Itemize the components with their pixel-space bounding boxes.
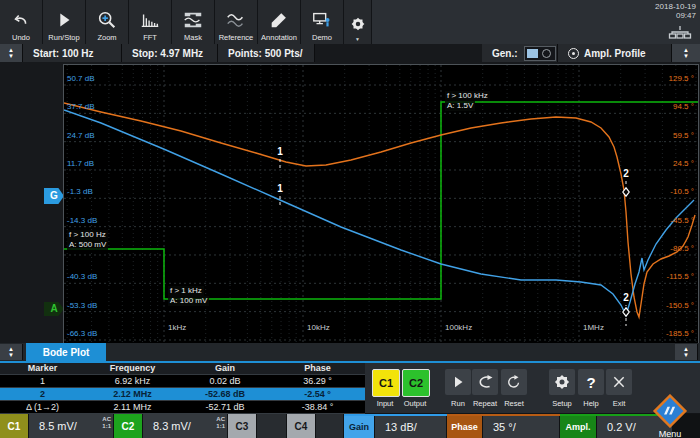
- axis-tick-label: -150.5 °: [666, 301, 694, 311]
- axis-tick-label: 59.5 °: [673, 131, 694, 141]
- help-button[interactable]: ?: [578, 369, 604, 395]
- c1-coupling-badge: AC1:1: [102, 416, 111, 430]
- phase-badge[interactable]: Phase: [447, 416, 482, 438]
- date-text: 2018-10-19: [655, 2, 696, 11]
- gain-axis-marker[interactable]: G: [44, 188, 64, 204]
- top-toolbar: Undo Run/Stop Zoom FFT Mask Reference An…: [0, 0, 700, 44]
- channel-c3-badge[interactable]: C3: [228, 414, 256, 438]
- table-row-selected[interactable]: 2 2.12 MHz -52.68 dB -2.54 °: [0, 388, 365, 401]
- clock: 2018-10-19 09:47: [655, 2, 696, 20]
- output-label: Output: [393, 399, 437, 408]
- repeat-button[interactable]: [472, 369, 498, 395]
- close-icon: [611, 374, 627, 390]
- axis-tick-label: 100kHz: [445, 323, 472, 333]
- generator-toggle-field[interactable]: Gen.:: [482, 44, 558, 62]
- axis-tick-label: 129.5 °: [669, 74, 694, 84]
- collapse-updown-button[interactable]: ▲▼: [0, 44, 23, 62]
- tabbar-updown-right-button[interactable]: ▲▼: [675, 344, 698, 360]
- channel-c3-scale-field[interactable]: [257, 414, 286, 438]
- undo-button[interactable]: Undo: [0, 0, 43, 44]
- axis-tick-label: 11.7 dB: [67, 159, 94, 169]
- zoom-button[interactable]: Zoom: [86, 0, 129, 44]
- tab-bode-plot[interactable]: Bode Plot: [26, 343, 106, 361]
- ampl-profile-button[interactable]: Ampl. Profile: [558, 44, 672, 62]
- toolbar-settings-button[interactable]: ▼: [344, 0, 372, 44]
- gain-badge[interactable]: Gain: [344, 416, 374, 438]
- network-icon: [668, 24, 692, 40]
- bode-plot-curves: 1122: [64, 65, 698, 343]
- axis-tick-label: 94.5 °: [673, 102, 694, 112]
- spectrum-icon: [139, 7, 161, 33]
- run-button[interactable]: [445, 369, 471, 395]
- table-row[interactable]: 1 6.92 kHz 0.02 dB 36.29 °: [0, 375, 365, 388]
- channel-c4-badge[interactable]: C4: [287, 414, 315, 438]
- demo-button[interactable]: Demo: [301, 0, 344, 44]
- channel-c2-scale-field[interactable]: 8.3 mV/ AC1:1: [143, 414, 227, 438]
- gear-icon: [552, 372, 572, 392]
- axis-tick-label: -10.5 °: [670, 187, 694, 197]
- output-channel-button[interactable]: C2: [402, 369, 430, 397]
- reset-icon: [505, 373, 523, 391]
- generator-toggle[interactable]: [524, 46, 556, 61]
- c2-coupling-badge: AC1:1: [216, 416, 225, 430]
- mask-button[interactable]: Mask: [172, 0, 215, 44]
- annotation-button[interactable]: Annotation: [258, 0, 301, 44]
- axis-tick-label: 37.7 dB: [67, 102, 95, 112]
- channel-c1-badge[interactable]: C1: [0, 414, 28, 438]
- waveforms-icon: [225, 7, 247, 33]
- fft-button[interactable]: FFT: [129, 0, 172, 44]
- reset-button[interactable]: [501, 369, 527, 395]
- play-icon: [449, 373, 467, 391]
- ampl-profile-icon: [568, 48, 579, 59]
- menu-label: Menu: [647, 430, 693, 438]
- rs-logo-icon: [650, 394, 690, 428]
- magnifier-icon: [96, 7, 118, 33]
- bode-plot-canvas[interactable]: 1122 50.7 dB37.7 dB24.7 dB11.7 dB-1.3 dB…: [63, 64, 699, 344]
- result-tab-bar: ▲▼ Bode Plot ▲▼: [0, 343, 700, 363]
- amplitude-axis-marker[interactable]: A: [44, 302, 64, 316]
- axis-tick-label: -1.3 dB: [67, 187, 93, 197]
- svg-text:2: 2: [623, 292, 629, 303]
- play-icon: [53, 7, 75, 33]
- profile-annotation: f > 100 HzA: 500 mV: [67, 230, 108, 250]
- phase-scale-field[interactable]: 35 °/: [483, 416, 559, 438]
- axis-tick-label: -14.3 dB: [67, 216, 97, 226]
- profile-annotation: f > 1 kHzA: 100 mV: [168, 286, 209, 306]
- mask-icon: [182, 7, 204, 33]
- reference-button[interactable]: Reference: [215, 0, 258, 44]
- channel-c2-badge[interactable]: C2: [114, 414, 142, 438]
- menu-button[interactable]: Menu: [647, 394, 693, 437]
- tabbar-updown-button[interactable]: ▲▼: [0, 344, 23, 360]
- setup-button[interactable]: [549, 369, 575, 395]
- table-row-delta[interactable]: Δ (1→2) 2.11 MHz -52.71 dB -38.84 °: [0, 401, 365, 414]
- channel-c4-scale-field[interactable]: [316, 414, 343, 438]
- axis-tick-label: -53.3 dB: [67, 301, 97, 311]
- svg-text:1: 1: [277, 146, 283, 157]
- axis-tick-label: -115.5 °: [666, 272, 694, 282]
- undo-icon: [10, 7, 32, 33]
- chevron-down-icon: ▼: [355, 37, 360, 42]
- axis-tick-label: -66.3 dB: [67, 329, 97, 339]
- pencil-icon: [268, 7, 290, 33]
- settings-updown-button[interactable]: ▲▼: [672, 44, 700, 62]
- start-frequency-field[interactable]: Start: 100 Hz: [23, 44, 122, 62]
- axis-tick-label: 1kHz: [168, 323, 186, 333]
- input-channel-button[interactable]: C1: [372, 369, 400, 397]
- axis-tick-label: 10kHz: [307, 323, 330, 333]
- run-stop-button[interactable]: Run/Stop: [43, 0, 86, 44]
- channel-c1-scale-field[interactable]: 8.5 mV/ AC1:1: [29, 414, 113, 438]
- svg-text:2: 2: [623, 168, 629, 179]
- channel-status-bar: C1 8.5 mV/ AC1:1 C2 8.3 mV/ AC1:1 C3 C4 …: [0, 414, 700, 438]
- question-icon: ?: [586, 374, 595, 391]
- exit-button[interactable]: [606, 369, 632, 395]
- axis-tick-label: 1MHz: [583, 323, 604, 333]
- profile-annotation: f > 100 kHzA: 1.5V: [445, 91, 490, 111]
- points-field[interactable]: Points: 500 Pts/: [218, 44, 315, 62]
- bode-plot-region: G A 1122 50.7 dB37.7 dB24.7 dB11.7 dB-1.…: [0, 62, 700, 343]
- axis-tick-label: 50.7 dB: [67, 74, 95, 84]
- svg-text:1: 1: [277, 183, 283, 194]
- exit-label: Exit: [597, 399, 641, 408]
- ampl-badge[interactable]: Ampl.: [560, 416, 596, 438]
- stop-frequency-field[interactable]: Stop: 4.97 MHz: [122, 44, 218, 62]
- gain-scale-field[interactable]: 13 dB/: [375, 416, 446, 438]
